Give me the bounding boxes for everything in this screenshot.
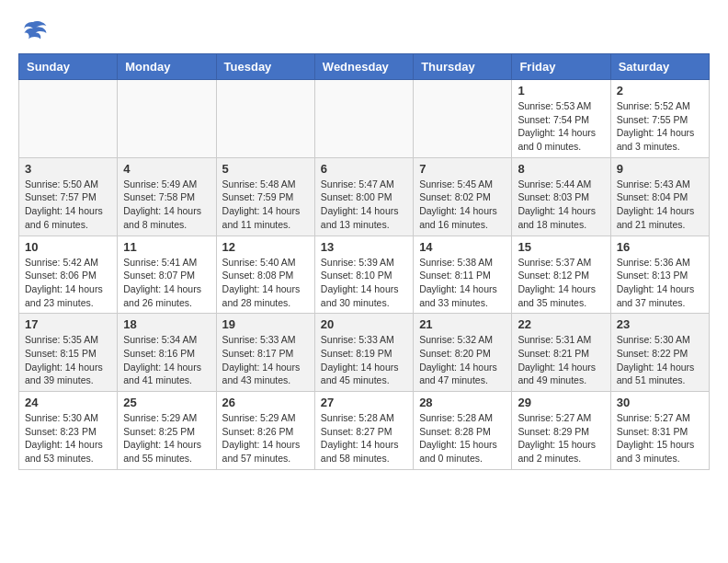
calendar-cell: 6Sunrise: 5:47 AM Sunset: 8:00 PM Daylig… <box>314 157 413 236</box>
calendar-week-4: 17Sunrise: 5:35 AM Sunset: 8:15 PM Dayli… <box>19 314 710 392</box>
calendar-cell: 28Sunrise: 5:28 AM Sunset: 8:28 PM Dayli… <box>414 392 512 470</box>
day-number: 18 <box>123 317 210 331</box>
calendar-cell <box>314 80 413 158</box>
day-number: 8 <box>518 162 604 176</box>
calendar-week-2: 3Sunrise: 5:50 AM Sunset: 7:57 PM Daylig… <box>19 157 710 236</box>
calendar-cell: 24Sunrise: 5:30 AM Sunset: 8:23 PM Dayli… <box>19 392 118 470</box>
calendar-week-1: 1Sunrise: 5:53 AM Sunset: 7:54 PM Daylig… <box>19 80 710 158</box>
weekday-header-friday: Friday <box>512 54 610 80</box>
day-detail: Sunrise: 5:36 AM Sunset: 8:13 PM Dayligh… <box>617 256 703 310</box>
day-number: 4 <box>123 162 210 176</box>
day-detail: Sunrise: 5:32 AM Sunset: 8:20 PM Dayligh… <box>419 333 506 387</box>
day-detail: Sunrise: 5:27 AM Sunset: 8:29 PM Dayligh… <box>518 411 604 465</box>
day-detail: Sunrise: 5:28 AM Sunset: 8:28 PM Dayligh… <box>419 411 506 465</box>
day-number: 12 <box>222 240 309 254</box>
day-number: 22 <box>518 317 604 331</box>
calendar-cell: 13Sunrise: 5:39 AM Sunset: 8:10 PM Dayli… <box>314 236 413 314</box>
day-number: 26 <box>222 396 309 409</box>
calendar-cell: 10Sunrise: 5:42 AM Sunset: 8:06 PM Dayli… <box>19 236 118 314</box>
calendar-cell <box>216 80 314 158</box>
day-number: 2 <box>617 84 703 98</box>
calendar-week-5: 24Sunrise: 5:30 AM Sunset: 8:23 PM Dayli… <box>19 392 710 470</box>
calendar-cell: 12Sunrise: 5:40 AM Sunset: 8:08 PM Dayli… <box>216 236 314 314</box>
day-detail: Sunrise: 5:52 AM Sunset: 7:55 PM Dayligh… <box>617 99 703 154</box>
calendar-cell: 25Sunrise: 5:29 AM Sunset: 8:25 PM Dayli… <box>118 392 216 470</box>
calendar-cell: 18Sunrise: 5:34 AM Sunset: 8:16 PM Dayli… <box>118 314 216 392</box>
calendar-cell: 26Sunrise: 5:29 AM Sunset: 8:26 PM Dayli… <box>216 392 314 470</box>
day-number: 3 <box>25 162 111 176</box>
day-detail: Sunrise: 5:33 AM Sunset: 8:19 PM Dayligh… <box>321 333 407 387</box>
calendar-cell <box>118 80 216 158</box>
calendar-cell <box>19 80 118 158</box>
day-number: 14 <box>419 240 506 254</box>
day-detail: Sunrise: 5:29 AM Sunset: 8:26 PM Dayligh… <box>222 411 309 465</box>
page-header <box>18 18 710 44</box>
day-detail: Sunrise: 5:31 AM Sunset: 8:21 PM Dayligh… <box>518 333 604 387</box>
day-detail: Sunrise: 5:41 AM Sunset: 8:07 PM Dayligh… <box>123 256 210 310</box>
day-detail: Sunrise: 5:33 AM Sunset: 8:17 PM Dayligh… <box>222 333 309 387</box>
calendar-cell: 14Sunrise: 5:38 AM Sunset: 8:11 PM Dayli… <box>414 236 512 314</box>
day-detail: Sunrise: 5:42 AM Sunset: 8:06 PM Dayligh… <box>25 256 111 310</box>
day-detail: Sunrise: 5:44 AM Sunset: 8:03 PM Dayligh… <box>518 178 604 232</box>
day-number: 28 <box>419 396 506 409</box>
calendar-week-3: 10Sunrise: 5:42 AM Sunset: 8:06 PM Dayli… <box>19 236 710 314</box>
day-number: 25 <box>123 396 210 409</box>
day-number: 17 <box>25 317 111 331</box>
day-detail: Sunrise: 5:47 AM Sunset: 8:00 PM Dayligh… <box>321 178 407 232</box>
calendar-cell: 23Sunrise: 5:30 AM Sunset: 8:22 PM Dayli… <box>610 314 709 392</box>
calendar-cell: 3Sunrise: 5:50 AM Sunset: 7:57 PM Daylig… <box>19 157 118 236</box>
day-detail: Sunrise: 5:49 AM Sunset: 7:58 PM Dayligh… <box>123 178 210 232</box>
calendar-cell: 8Sunrise: 5:44 AM Sunset: 8:03 PM Daylig… <box>512 157 610 236</box>
weekday-header-row: SundayMondayTuesdayWednesdayThursdayFrid… <box>19 54 710 80</box>
day-number: 19 <box>222 317 309 331</box>
calendar-cell: 21Sunrise: 5:32 AM Sunset: 8:20 PM Dayli… <box>414 314 512 392</box>
weekday-header-monday: Monday <box>118 54 216 80</box>
day-number: 21 <box>419 317 506 331</box>
calendar-cell: 2Sunrise: 5:52 AM Sunset: 7:55 PM Daylig… <box>610 80 709 158</box>
calendar-cell: 5Sunrise: 5:48 AM Sunset: 7:59 PM Daylig… <box>216 157 314 236</box>
day-detail: Sunrise: 5:53 AM Sunset: 7:54 PM Dayligh… <box>518 99 604 154</box>
calendar-cell: 17Sunrise: 5:35 AM Sunset: 8:15 PM Dayli… <box>19 314 118 392</box>
day-detail: Sunrise: 5:38 AM Sunset: 8:11 PM Dayligh… <box>419 256 506 310</box>
weekday-header-wednesday: Wednesday <box>314 54 413 80</box>
day-detail: Sunrise: 5:40 AM Sunset: 8:08 PM Dayligh… <box>222 256 309 310</box>
day-detail: Sunrise: 5:29 AM Sunset: 8:25 PM Dayligh… <box>123 411 210 465</box>
day-detail: Sunrise: 5:35 AM Sunset: 8:15 PM Dayligh… <box>25 333 111 387</box>
calendar-cell <box>414 80 512 158</box>
calendar-cell: 27Sunrise: 5:28 AM Sunset: 8:27 PM Dayli… <box>314 392 413 470</box>
day-number: 6 <box>321 162 407 176</box>
calendar-cell: 16Sunrise: 5:36 AM Sunset: 8:13 PM Dayli… <box>610 236 709 314</box>
day-detail: Sunrise: 5:48 AM Sunset: 7:59 PM Dayligh… <box>222 178 309 232</box>
day-number: 9 <box>617 162 703 176</box>
calendar-cell: 1Sunrise: 5:53 AM Sunset: 7:54 PM Daylig… <box>512 80 610 158</box>
day-number: 10 <box>25 240 111 254</box>
calendar-cell: 9Sunrise: 5:43 AM Sunset: 8:04 PM Daylig… <box>610 157 709 236</box>
day-number: 7 <box>419 162 506 176</box>
day-detail: Sunrise: 5:27 AM Sunset: 8:31 PM Dayligh… <box>617 411 703 465</box>
weekday-header-thursday: Thursday <box>414 54 512 80</box>
day-detail: Sunrise: 5:30 AM Sunset: 8:22 PM Dayligh… <box>617 333 703 387</box>
day-detail: Sunrise: 5:28 AM Sunset: 8:27 PM Dayligh… <box>321 411 407 465</box>
day-detail: Sunrise: 5:45 AM Sunset: 8:02 PM Dayligh… <box>419 178 506 232</box>
day-number: 24 <box>25 396 111 409</box>
calendar-cell: 19Sunrise: 5:33 AM Sunset: 8:17 PM Dayli… <box>216 314 314 392</box>
day-number: 29 <box>518 396 604 409</box>
weekday-header-sunday: Sunday <box>19 54 118 80</box>
day-number: 13 <box>321 240 407 254</box>
day-number: 5 <box>222 162 309 176</box>
day-detail: Sunrise: 5:50 AM Sunset: 7:57 PM Dayligh… <box>25 178 111 232</box>
day-number: 16 <box>617 240 703 254</box>
day-detail: Sunrise: 5:30 AM Sunset: 8:23 PM Dayligh… <box>25 411 111 465</box>
logo <box>18 18 51 44</box>
weekday-header-tuesday: Tuesday <box>216 54 314 80</box>
calendar-cell: 20Sunrise: 5:33 AM Sunset: 8:19 PM Dayli… <box>314 314 413 392</box>
weekday-header-saturday: Saturday <box>610 54 709 80</box>
day-number: 30 <box>617 396 703 409</box>
day-detail: Sunrise: 5:43 AM Sunset: 8:04 PM Dayligh… <box>617 178 703 232</box>
day-number: 23 <box>617 317 703 331</box>
day-number: 20 <box>321 317 407 331</box>
calendar-cell: 30Sunrise: 5:27 AM Sunset: 8:31 PM Dayli… <box>610 392 709 470</box>
calendar-cell: 15Sunrise: 5:37 AM Sunset: 8:12 PM Dayli… <box>512 236 610 314</box>
calendar-cell: 4Sunrise: 5:49 AM Sunset: 7:58 PM Daylig… <box>118 157 216 236</box>
calendar-cell: 22Sunrise: 5:31 AM Sunset: 8:21 PM Dayli… <box>512 314 610 392</box>
